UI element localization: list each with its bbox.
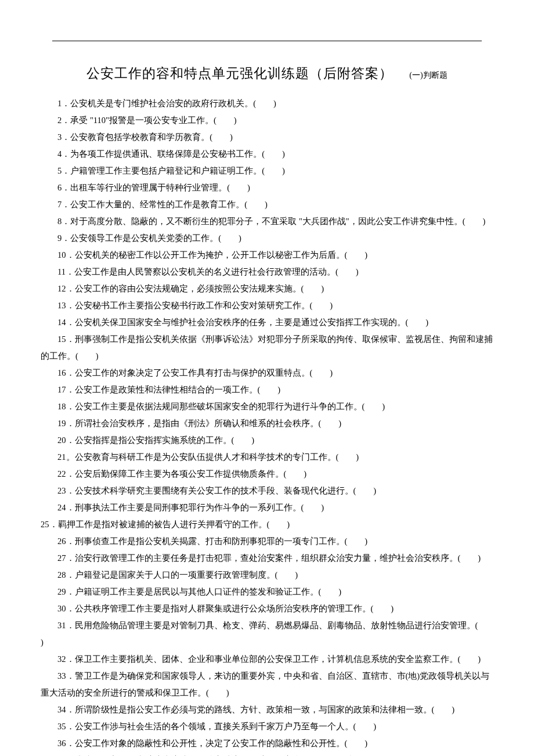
- question-item: 7．公安工作大量的、经常性的工作是教育工作。( ): [41, 196, 493, 213]
- question-item: 1．公安机关是专门维护社会治安的政府行政机关。( ): [41, 95, 493, 112]
- question-item: 31．民用危险物品管理主要是对管制刀具、枪支、弹药、易燃易爆品、剧毒物品、放射性…: [41, 617, 493, 651]
- question-item: 33．警卫工作是为确保党和国家领导人，来访的重要外宾，中央和省、自治区、直辖市、…: [41, 668, 493, 701]
- question-list: 1．公安机关是专门维护社会治安的政府行政机关。( ) 2．承受 "110"报警是…: [41, 95, 493, 756]
- question-item: 11．公安工作是由人民警察以公安机关的名义进行社会行政管理的活动。( ): [41, 264, 493, 280]
- question-item: 10．公安机关的秘密工作以公开工作为掩护，公开工作以秘密工作为后盾。( ): [41, 247, 493, 264]
- question-item: 34．所谓阶级性是指公安工作必须与党的路线、方针、政策相一致，与国家的政策和法律…: [41, 701, 493, 718]
- question-item: 18．公安工作主要是依据法规同那些破坏国家安全的犯罪行为进行斗争的工作。( ): [41, 398, 493, 415]
- question-item: 29．户籍证明工作主要是居民以与其他人口证件的签发和验证工作。( ): [41, 584, 493, 600]
- question-item: 19．所谓社会治安秩序，是指由《刑法》所确认和维系的社会秩序。( ): [41, 415, 493, 432]
- question-item: 36．公安工作对象的隐蔽性和公开性，决定了公安工作的隐蔽性和公开性。( ): [41, 735, 493, 752]
- question-item: 25．羁押工作是指对被逮捕的被告人进行关押看守的工作。( ): [41, 516, 493, 533]
- question-item: 22．公安后勤保障工作主要为各项公安工作提供物质条件。( ): [41, 466, 493, 483]
- question-item: 14．公安机关保卫国家安全与维护社会治安秩序的任务，主要是通过公安指挥工作实现的…: [41, 314, 493, 331]
- question-item: 13．公安秘书工作主要指公安秘书行政工作和公安对策研究工作。( ): [41, 297, 493, 314]
- question-item: 6．出租车等行业的管理属于特种行业管理。( ): [41, 179, 493, 196]
- question-item: 24．刑事执法工作主要是同刑事犯罪行为作斗争的一系列工作。( ): [41, 499, 493, 516]
- question-item: 8．对于高度分散、隐蔽的，又不断衍生的犯罪分子，不宜采取 "大兵团作战"，因此公…: [41, 213, 493, 230]
- question-item: 37．边防工作主要是指维护边境地区的治安秩序，保护国界安全的不可侵犯性。( ): [41, 752, 493, 756]
- question-item: 4．为各项工作提供通讯、联络保障是公安秘书工作。( ): [41, 146, 493, 163]
- question-item: 9．公安领导工作是公安机关党委的工作。( ): [41, 230, 493, 247]
- question-item: 27．治安行政管理工作的主要任务是打击犯罪，查处治安案件，组织群众治安力量，维护…: [41, 550, 493, 567]
- question-item: 23．公安技术科学研究主要围绕有关公安工作的技术手段、装备现代化进行。( ): [41, 483, 493, 499]
- section-label: (一)判断题: [409, 71, 447, 80]
- question-item: 15．刑事强制工作是指公安机关依据《刑事诉讼法》对犯罪分子所采取的拘传、取保候审…: [41, 331, 493, 365]
- question-item: 17．公安工作是政策性和法律性相结合的一项工作。( ): [41, 381, 493, 398]
- question-item: 3．公安教育包括学校教育和学历教育。( ): [41, 129, 493, 146]
- question-item: 2．承受 "110"报警是一项公安专业工作。( ): [41, 112, 493, 129]
- question-item: 12．公安工作的容由公安法规确定，必须按照公安法规来实施。( ): [41, 280, 493, 297]
- question-item: 5．户籍管理工作主要包括户籍登记和户籍证明工作。( ): [41, 163, 493, 179]
- question-item: 32．保卫工作主要指机关、团体、企业和事业单位部的公安保卫工作，计算机信息系统的…: [41, 651, 493, 668]
- horizontal-rule: [52, 41, 482, 41]
- page-title: 公安工作的容和特点单元强化训练题（后附答案）: [86, 66, 393, 81]
- question-item: 28．户籍登记是国家关于人口的一项重要行政管理制度。( ): [41, 567, 493, 584]
- question-item: 20．公安指挥是指公安指挥实施系统的工作。( ): [41, 432, 493, 449]
- page-title-line: 公安工作的容和特点单元强化训练题（后附答案） (一)判断题: [41, 64, 493, 82]
- question-item: 35．公安工作涉与社会生活的各个领域，直接关系到千家万户乃至每一个人。( ): [41, 718, 493, 735]
- question-item: 21。公安教育与科研工作是为公安队伍提供人才和科学技术的专门工作。( ): [41, 449, 493, 466]
- question-item: 26．刑事侦查工作是指公安机关揭露、打击和防刑事犯罪的一项专门工作。( ): [41, 533, 493, 550]
- question-item: 16．公安工作的对象决定了公安工作具有打击与保护的双重特点。( ): [41, 365, 493, 381]
- question-item: 30．公共秩序管理工作主要是指对人群聚集或进行公众场所治安秩序的管理工作。( ): [41, 600, 493, 617]
